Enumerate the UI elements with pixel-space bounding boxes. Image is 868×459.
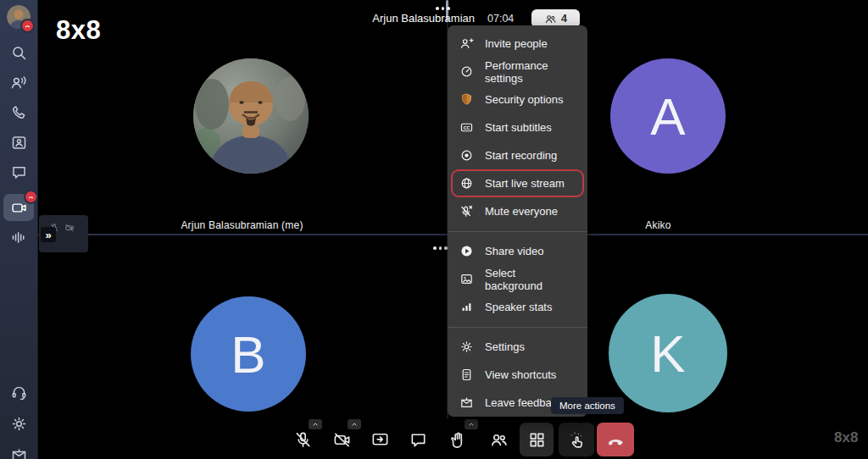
raise-hand-options-caret[interactable] (465, 419, 478, 429)
menu-item-start-subtitles[interactable]: Start subtitles (448, 113, 587, 141)
menu-item-start-live-stream[interactable]: Start live stream (451, 169, 584, 197)
phone-down-icon (606, 430, 626, 450)
bar-chart-icon (459, 300, 474, 314)
image-icon (459, 272, 474, 286)
share-screen-button[interactable] (363, 423, 397, 456)
gesture-pointer-icon (567, 430, 587, 450)
sidebar-item-calls[interactable] (0, 99, 37, 124)
app-sidebar (0, 0, 38, 459)
more-actions-menu: Invite people Performance settings Secur… (448, 25, 587, 417)
document-icon (459, 368, 474, 382)
phone-icon (10, 103, 28, 121)
people-icon (544, 13, 557, 25)
menu-item-label: Performance settings (485, 59, 576, 85)
tile-akiko-avatar[interactable]: A (610, 58, 726, 174)
sidebar-item-contacts[interactable] (0, 69, 37, 95)
menu-item-label: Start subtitles (485, 121, 552, 134)
double-chevron-right-icon: » (45, 230, 51, 241)
contact-card-icon (10, 134, 28, 152)
gear-icon (10, 415, 28, 433)
menu-item-label: Share video (485, 245, 543, 257)
tile-view-button[interactable] (520, 423, 554, 456)
contacts-icon (10, 74, 28, 91)
tile-k-avatar[interactable]: K (609, 294, 727, 412)
menu-item-label: Security options (485, 93, 564, 106)
shield-icon (459, 92, 474, 107)
envelope-icon (459, 395, 474, 410)
tile-self-name-label: Arjun Balasubramian (me) (37, 219, 447, 231)
menu-item-invite-people[interactable]: Invite people (448, 30, 587, 58)
sidebar-item-address-book[interactable] (0, 130, 37, 155)
person-plus-icon (459, 36, 474, 51)
participants-button[interactable] (481, 423, 515, 456)
raise-hand-icon (448, 430, 468, 450)
menu-item-label: Mute everyone (485, 205, 558, 218)
sidebar-item-settings[interactable] (0, 411, 37, 436)
microphone-options-caret[interactable] (309, 419, 322, 429)
menu-item-label: Speaker stats (485, 301, 553, 313)
camera-off-icon (332, 430, 352, 450)
menu-item-mute-everyone[interactable]: Mute everyone (448, 197, 587, 225)
hang-up-button[interactable] (597, 423, 634, 456)
chevron-up-icon (311, 420, 320, 429)
closed-captions-icon (459, 120, 474, 135)
menu-item-share-video[interactable]: Share video (448, 237, 587, 265)
menu-item-label: Invite people (485, 37, 548, 50)
active-call-badge (24, 190, 38, 204)
microphone-muted-icon (293, 430, 313, 450)
menu-item-label: Start recording (485, 149, 557, 162)
participant-count: 4 (561, 13, 567, 25)
reactions-button[interactable] (559, 423, 594, 456)
active-speaker-name: Arjun Balasubramian (346, 12, 475, 25)
sidebar-item-feedback[interactable] (0, 442, 37, 459)
menu-item-label: Start live stream (485, 177, 565, 190)
audio-wave-icon (10, 229, 28, 246)
search-icon (10, 44, 28, 62)
busy-status-badge (20, 19, 35, 33)
menu-divider (448, 327, 587, 328)
microphone-muted-icon (459, 204, 474, 218)
avatar-initial: A (650, 86, 685, 147)
sidebar-item-messages[interactable] (0, 159, 37, 185)
speedometer-icon (459, 64, 474, 79)
play-circle-icon (459, 244, 474, 258)
menu-item-performance-settings[interactable]: Performance settings (448, 58, 587, 86)
sidebar-item-search[interactable] (0, 40, 37, 65)
grid-view-icon (527, 430, 547, 450)
brand-watermark: 8x8 (834, 429, 858, 446)
sidebar-item-voicemail[interactable] (0, 224, 37, 250)
chevron-up-icon (350, 420, 359, 429)
avatar-initial: B (231, 324, 265, 384)
envelope-icon (10, 446, 28, 459)
tile-b-avatar[interactable]: B (191, 296, 306, 412)
menu-item-settings[interactable]: Settings (448, 333, 587, 361)
camera-options-caret[interactable] (348, 419, 361, 429)
tile-options-dots-top[interactable] (436, 7, 450, 10)
chat-bubble-icon (409, 430, 428, 450)
camera-off-icon (64, 221, 75, 236)
more-actions-tooltip: More actions (551, 397, 624, 414)
brand-logo: 8x8 (56, 15, 101, 46)
menu-item-security-options[interactable]: Security options (448, 86, 587, 113)
tile-self-avatar-photo[interactable] (193, 58, 309, 174)
headset-icon (10, 384, 28, 401)
chat-button[interactable] (401, 423, 435, 456)
menu-item-label: View shortcuts (485, 368, 556, 381)
menu-item-start-recording[interactable]: Start recording (448, 141, 587, 169)
menu-item-select-background[interactable]: Select background (448, 265, 587, 293)
participants-icon (489, 430, 509, 450)
avatar-initial: K (650, 324, 685, 384)
gear-icon (459, 340, 474, 354)
sidebar-item-support[interactable] (0, 379, 37, 405)
tile-options-dots-bottom[interactable] (433, 246, 448, 250)
menu-item-speaker-stats[interactable]: Speaker stats (448, 293, 587, 321)
record-icon (459, 148, 474, 163)
chat-bubble-icon (10, 163, 28, 181)
menu-item-view-shortcuts[interactable]: View shortcuts (448, 361, 587, 389)
menu-divider (448, 231, 587, 232)
filmstrip-expand-button[interactable]: » (41, 227, 56, 242)
chevron-up-icon (467, 420, 476, 429)
meeting-window: Arjun Balasubramian (me) A Akiko B K Arj… (0, 0, 868, 459)
share-screen-icon (370, 430, 390, 450)
live-stream-globe-icon (459, 176, 474, 191)
